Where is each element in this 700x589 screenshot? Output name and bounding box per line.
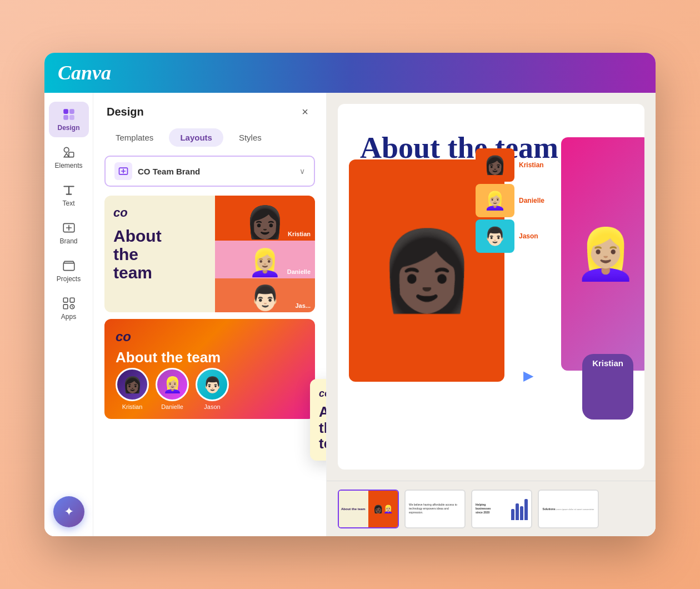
title-bar: Canva [44,53,656,93]
magic-icon: ✦ [64,505,74,519]
layouts-grid: co Abouttheteam 👩🏿 Kristian 👱🏼‍♀️ Daniel… [93,196,326,536]
avatar-name-jason: Jason [204,403,220,410]
elements-icon [62,145,76,159]
thumb-img-danielle: 👱🏼‍♀️ [476,184,514,217]
film-thumb-content-2: We believe having affordable access to t… [406,491,464,527]
tab-styles[interactable]: Styles [228,128,273,147]
tab-layouts[interactable]: Layouts [169,128,223,147]
avatar-name-danielle: Danielle [161,403,183,410]
tabs-row: Templates Layouts Styles [93,119,326,147]
avatar-name-kristian: Kristian [122,403,143,410]
main-photo-2: 👱🏼‍♀️ [561,137,644,371]
thumb-item-2: 👱🏼‍♀️ Danielle [476,184,544,217]
floating-layout-card[interactable]: co Abouttheteam [310,379,326,461]
card2-heading: About the team [116,349,304,366]
brand-icon [62,221,76,235]
card2-co-logo: co [116,329,304,345]
sidebar-item-design[interactable]: Design [49,102,89,137]
card1-photo-2: 👱🏼‍♀️ Danielle [215,241,315,278]
thumb-list: 👩🏿 Kristian 👱🏼‍♀️ Danielle [476,148,544,253]
thumb-item-1: 👩🏿 Kristian [476,148,544,182]
card1-photo-3: 👨🏻 Jas... [215,278,315,312]
sidebar-item-projects[interactable]: Projects [49,253,89,288]
tab-templates[interactable]: Templates [104,128,164,147]
svg-marker-6 [64,153,69,157]
card2-avatars: 👩🏿 Kristian 👱🏼‍♀️ Danielle [116,368,229,410]
layout-card-2[interactable]: co About the team 👩🏿 Kristian 👱🏼‍♀️ [104,319,315,419]
sidebar-apps-label: Apps [61,313,76,321]
card1-photo-1: 👩🏿 Kristian [215,196,315,241]
film-thumb-content-3: Helpingbusinessessince 2020 [472,491,531,527]
slide-preview[interactable]: About the team 👩🏿 👱🏼‍♀️ 👩🏿 [338,104,644,470]
sidebar-brand-label: Brand [59,237,77,245]
person-name-kristian: Kristian [288,231,311,237]
close-button[interactable]: × [297,104,313,119]
canvas-content: About the team 👩🏿 👱🏼‍♀️ 👩🏿 [327,93,656,481]
sidebar: Design Elements Text [44,93,93,536]
design-icon [62,107,76,122]
card1-heading: Abouttheteam [113,227,206,282]
thumb-img-jason: 👨🏻 [476,219,514,253]
bar-chart-icon [511,498,528,520]
sidebar-design-label: Design [57,124,79,132]
svg-rect-9 [70,298,74,302]
cursor-arrow: ▶ [523,368,533,408]
card1-left: co Abouttheteam [104,196,215,312]
sidebar-item-brand[interactable]: Brand [49,215,89,251]
app-body: Design Elements Text [44,93,656,536]
layout-card-1[interactable]: co Abouttheteam 👩🏿 Kristian 👱🏼‍♀️ Daniel… [104,196,315,312]
filmstrip: About the team 👩🏿 👱🏼‍♀️ We believe havin… [327,481,656,536]
canvas-area: About the team 👩🏿 👱🏼‍♀️ 👩🏿 [327,93,656,536]
sidebar-projects-label: Projects [57,275,81,283]
app-window: Canva Design Elements [44,53,656,536]
filmstrip-slide-1[interactable]: About the team 👩🏿 👱🏼‍♀️ [338,490,399,528]
magic-button[interactable]: ✦ [53,496,84,527]
canva-logo: Canva [58,61,111,84]
thumb-name-jason: Jason [519,232,538,240]
apps-icon [62,296,76,311]
film-thumb-content-4: Solutions Lorem ipsum dolor sit amet con… [539,491,598,527]
floating-heading: Abouttheteam [319,404,326,452]
panel-header: Design × [93,93,326,119]
svg-rect-5 [69,152,74,157]
svg-rect-0 [63,109,68,114]
card1-co-logo: co [113,206,206,220]
svg-rect-8 [63,298,68,302]
brand-name: CO Team Brand [138,167,294,176]
thumb-name-kristian: Kristian [519,161,544,169]
avatar-kristian: 👩🏿 [116,368,149,401]
svg-rect-1 [69,109,74,114]
avatar-danielle: 👱🏼‍♀️ [156,368,189,401]
brand-selector-icon [114,162,132,180]
svg-rect-3 [69,115,74,120]
text-icon [62,183,76,197]
person-name-jason: Jas... [295,302,311,309]
sidebar-item-apps[interactable]: Apps [49,291,89,326]
thumb-img-kristian: 👩🏿 [476,148,514,182]
svg-rect-2 [63,115,68,120]
filmstrip-slide-4[interactable]: Solutions Lorem ipsum dolor sit amet con… [538,490,599,528]
sidebar-elements-label: Elements [54,162,82,169]
brand-selector[interactable]: CO Team Brand ∨ [104,156,315,187]
floating-co-logo: co [319,388,326,400]
sidebar-text-label: Text [62,199,74,207]
film-thumb-content-1: About the team 👩🏿 👱🏼‍♀️ [339,491,398,527]
thumb-name-danielle: Danielle [519,197,544,204]
projects-icon [62,258,76,273]
chevron-icon: ∨ [299,167,305,176]
person-name-danielle: Danielle [287,268,311,275]
sidebar-item-elements[interactable]: Elements [49,139,89,175]
sidebar-item-text[interactable]: Text [49,177,89,213]
panel-title: Design [107,106,144,118]
filmstrip-slide-2[interactable]: We believe having affordable access to t… [404,490,466,528]
avatar-jason: 👨🏻 [196,368,229,401]
filmstrip-slide-3[interactable]: Helpingbusinessessince 2020 [471,490,532,528]
card1-right: 👩🏿 Kristian 👱🏼‍♀️ Danielle 👨🏻 Jas... [215,196,315,312]
design-panel: Design × Templates Layouts Styles CO Tea… [93,93,327,536]
thumb-item-3: 👨🏻 Jason [476,219,544,253]
svg-point-4 [64,147,69,152]
svg-rect-10 [63,305,68,309]
name-tooltip: Kristian [582,354,633,420]
